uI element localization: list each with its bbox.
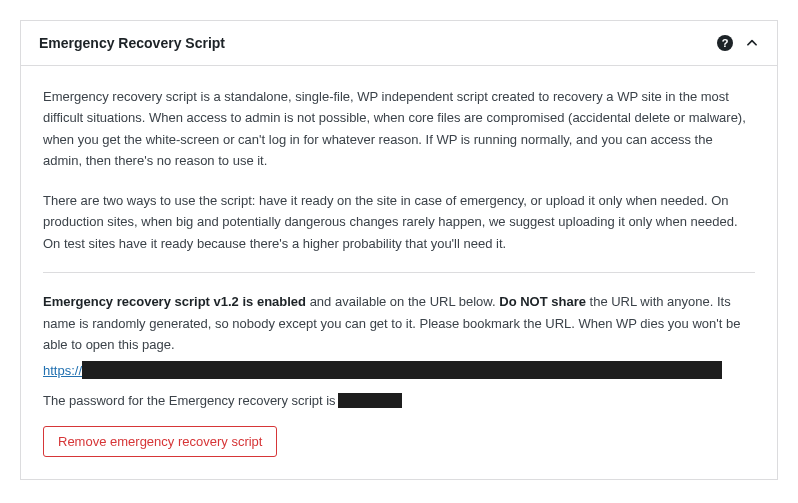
divider xyxy=(43,272,755,273)
help-icon[interactable]: ? xyxy=(717,35,733,51)
chevron-up-icon[interactable] xyxy=(745,36,759,50)
status-paragraph: Emergency recovery script v1.2 is enable… xyxy=(43,291,755,355)
password-line: The password for the Emergency recovery … xyxy=(43,393,755,408)
status-mid1: and available on the URL below. xyxy=(306,294,499,309)
recovery-url-link[interactable]: https:// xyxy=(43,363,82,378)
status-enabled-text: Emergency recovery script v1.2 is enable… xyxy=(43,294,306,309)
redacted-password xyxy=(338,393,402,408)
panel-title: Emergency Recovery Script xyxy=(39,35,225,51)
do-not-share-text: Do NOT share xyxy=(499,294,586,309)
password-label: The password for the Emergency recovery … xyxy=(43,393,336,408)
recovery-url-line: https:// xyxy=(43,361,755,379)
remove-script-button[interactable]: Remove emergency recovery script xyxy=(43,426,277,457)
intro-paragraph-2: There are two ways to use the script: ha… xyxy=(43,190,755,254)
intro-paragraph-1: Emergency recovery script is a standalon… xyxy=(43,86,755,172)
emergency-recovery-panel: Emergency Recovery Script ? Emergency re… xyxy=(20,20,778,480)
redacted-url xyxy=(82,361,722,379)
panel-body: Emergency recovery script is a standalon… xyxy=(21,66,777,479)
header-icons: ? xyxy=(717,35,759,51)
panel-header[interactable]: Emergency Recovery Script ? xyxy=(21,21,777,66)
